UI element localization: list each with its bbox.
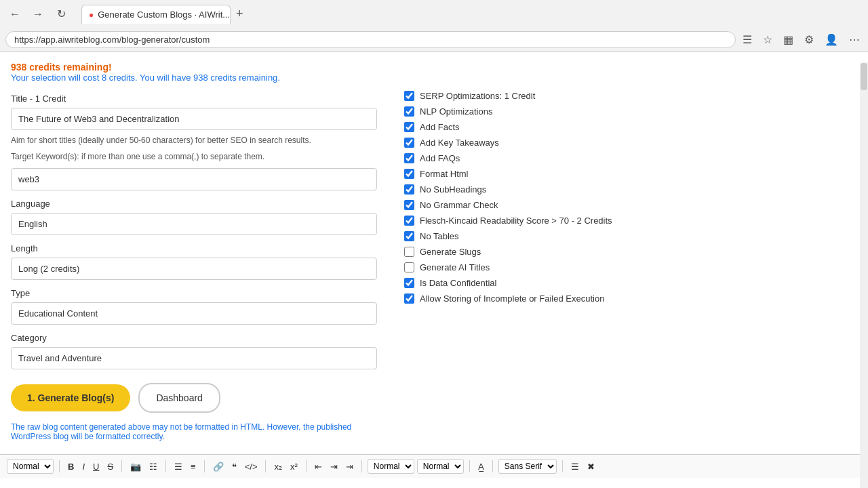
- toolbar-separator-9: [492, 460, 493, 472]
- option-label-12: Is Data Confidential: [420, 278, 496, 288]
- credits-remaining: 938 credits remaining!: [11, 62, 857, 73]
- length-input[interactable]: [11, 258, 377, 280]
- font-color-button[interactable]: A̲: [475, 460, 487, 473]
- type-input[interactable]: [11, 302, 377, 325]
- ordered-list-button[interactable]: ☰: [172, 460, 185, 473]
- tab-favicon: ●: [89, 10, 94, 20]
- back-button[interactable]: ←: [5, 5, 24, 24]
- option-label-1: NLP Optimizations: [420, 106, 492, 117]
- table-button[interactable]: ☷: [146, 460, 160, 473]
- list-item: NLP Optimizations: [404, 106, 857, 117]
- clear-format-button[interactable]: ✖: [585, 460, 597, 473]
- title-section-label: Title - 1 Credit: [11, 94, 377, 104]
- align-right-button[interactable]: ⇥: [328, 460, 340, 473]
- dashboard-button[interactable]: Dashboard: [138, 383, 220, 413]
- toolbar-separator-8: [469, 460, 470, 472]
- more-button[interactable]: ⋯: [846, 30, 863, 49]
- scrollbar[interactable]: [860, 62, 868, 488]
- toolbar-separator-6: [306, 460, 307, 472]
- option-checkbox-5[interactable]: [404, 169, 414, 179]
- option-label-5: Format Html: [420, 169, 469, 179]
- reader-mode-button[interactable]: ☰: [740, 30, 755, 49]
- toolbar-separator-5: [265, 460, 266, 472]
- option-checkbox-9[interactable]: [404, 231, 414, 241]
- link-button[interactable]: 🔗: [210, 460, 226, 473]
- option-checkbox-4[interactable]: [404, 153, 414, 163]
- option-checkbox-3[interactable]: [404, 138, 414, 148]
- option-label-0: SERP Optimizations: 1 Credit: [420, 91, 535, 101]
- option-checkbox-10[interactable]: [404, 247, 414, 257]
- new-tab-button[interactable]: +: [231, 4, 249, 24]
- bookmark-button[interactable]: ☆: [760, 30, 775, 49]
- underline-button[interactable]: U: [90, 460, 102, 473]
- option-checkbox-13[interactable]: [404, 293, 414, 304]
- category-input[interactable]: [11, 347, 377, 369]
- right-column: SERP Optimizations: 1 CreditNLP Optimiza…: [404, 85, 857, 441]
- toolbar-separator-4: [204, 460, 205, 472]
- list-item: Generate AI Titles: [404, 262, 857, 272]
- bold-button[interactable]: B: [65, 460, 77, 473]
- reload-button[interactable]: ↻: [52, 5, 71, 24]
- list-item: Allow Storing of Incomplete or Failed Ex…: [404, 293, 857, 304]
- scrollbar-thumb[interactable]: [861, 63, 867, 90]
- option-label-11: Generate AI Titles: [420, 262, 490, 272]
- font-size-select-2[interactable]: Normal: [417, 459, 464, 474]
- keyword-input[interactable]: [11, 168, 377, 190]
- code-button[interactable]: </>: [242, 460, 260, 473]
- title-input[interactable]: [11, 108, 377, 130]
- option-label-10: Generate Slugs: [420, 247, 481, 257]
- italic-button[interactable]: I: [79, 460, 87, 473]
- align-justify-button[interactable]: ☰: [568, 460, 582, 473]
- option-checkbox-2[interactable]: [404, 122, 414, 132]
- options-list: SERP Optimizations: 1 CreditNLP Optimiza…: [404, 91, 857, 304]
- indent-button[interactable]: ⇥: [343, 460, 356, 473]
- image-button[interactable]: 📷: [127, 460, 144, 473]
- title-help-line2: Target Keyword(s): if more than one use …: [11, 150, 377, 163]
- strikethrough-button[interactable]: S: [104, 460, 116, 473]
- subscript-button[interactable]: x₂: [271, 460, 285, 473]
- option-checkbox-12[interactable]: [404, 278, 414, 288]
- option-label-6: No SubHeadings: [420, 184, 486, 195]
- unordered-list-button[interactable]: ≡: [188, 460, 199, 473]
- option-label-9: No Tables: [420, 231, 459, 241]
- active-tab[interactable]: ● Generate Custom Blogs · AIWrit... ✕: [81, 5, 231, 24]
- paragraph-style-select[interactable]: Normal: [7, 459, 54, 474]
- font-family-select[interactable]: Sans Serif: [498, 459, 557, 474]
- toolbar-separator-10: [562, 460, 563, 472]
- option-label-7: No Grammar Check: [420, 200, 498, 210]
- list-item: Is Data Confidential: [404, 278, 857, 288]
- profile-button[interactable]: 👤: [822, 30, 841, 49]
- list-item: No Tables: [404, 231, 857, 241]
- option-checkbox-7[interactable]: [404, 200, 414, 210]
- option-label-3: Add Key Takeaways: [420, 138, 499, 148]
- option-checkbox-8[interactable]: [404, 216, 414, 226]
- toolbar-separator-3: [165, 460, 166, 472]
- generate-button[interactable]: 1. Generate Blog(s): [11, 384, 130, 411]
- address-bar[interactable]: https://app.aiwriteblog.com/blog-generat…: [5, 31, 736, 48]
- toolbar-separator-2: [121, 460, 122, 472]
- quote-button[interactable]: ❝: [229, 460, 239, 473]
- toolbar-separator-7: [361, 460, 362, 472]
- list-item: Add Key Takeaways: [404, 138, 857, 148]
- list-item: Format Html: [404, 169, 857, 179]
- font-size-select-1[interactable]: Normal: [368, 459, 414, 474]
- option-label-13: Allow Storing of Incomplete or Failed Ex…: [420, 293, 604, 304]
- forward-button[interactable]: →: [28, 5, 47, 24]
- option-checkbox-0[interactable]: [404, 91, 414, 101]
- option-label-2: Add Facts: [420, 122, 460, 132]
- extensions-button[interactable]: ⚙: [802, 30, 816, 49]
- option-checkbox-1[interactable]: [404, 106, 414, 117]
- option-label-8: Flesch-Kincaid Readability Score > 70 - …: [420, 216, 612, 226]
- option-checkbox-11[interactable]: [404, 262, 414, 272]
- align-left-button[interactable]: ⇤: [312, 460, 325, 473]
- option-checkbox-6[interactable]: [404, 184, 414, 195]
- type-label: Type: [11, 288, 377, 298]
- split-view-button[interactable]: ▦: [781, 30, 796, 49]
- superscript-button[interactable]: x²: [288, 460, 300, 473]
- credits-cost-note: Your selection will cost 8 credits. You …: [11, 73, 857, 83]
- list-item: SERP Optimizations: 1 Credit: [404, 91, 857, 101]
- option-label-4: Add FAQs: [420, 153, 460, 163]
- language-input[interactable]: [11, 213, 377, 235]
- language-label: Language: [11, 199, 377, 209]
- left-column: Title - 1 Credit Aim for short titles (i…: [11, 85, 377, 441]
